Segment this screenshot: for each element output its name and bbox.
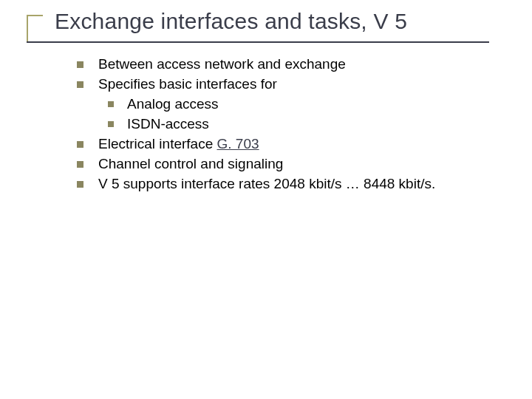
link-g703[interactable]: G. 703 <box>217 136 259 151</box>
slide: Exchange interfaces and tasks, V 5 Betwe… <box>0 0 532 399</box>
list-item-text: Specifies basic interfaces for <box>98 75 505 95</box>
corner-ornament <box>27 15 43 41</box>
list-item: Between access network and exchange <box>77 55 505 75</box>
title-underline <box>27 41 489 43</box>
bullet-icon <box>108 101 114 107</box>
list-item-text: Between access network and exchange <box>98 55 505 75</box>
list-item-text: Channel control and signaling <box>98 154 505 174</box>
list-item-sub: Analog access <box>108 95 505 115</box>
list-item-text: Electrical interface G. 703 <box>98 134 505 154</box>
list-item-text-pre: Electrical interface <box>98 136 217 151</box>
list-item-text: ISDN-access <box>127 115 505 134</box>
bullet-icon <box>77 61 83 68</box>
bullet-icon <box>77 81 83 88</box>
slide-title: Exchange interfaces and tasks, V 5 <box>55 9 407 34</box>
list-item-text: V 5 supports interface rates 2048 kbit/s… <box>98 174 505 194</box>
list-item: Specifies basic interfaces for <box>77 75 505 95</box>
list-item-sub: ISDN-access <box>108 115 505 134</box>
bullet-icon <box>77 141 83 148</box>
list-item: Electrical interface G. 703 <box>77 134 505 154</box>
bullet-icon <box>77 181 83 188</box>
list-item: V 5 supports interface rates 2048 kbit/s… <box>77 174 505 194</box>
list-item-text: Analog access <box>127 95 505 115</box>
list-item: Channel control and signaling <box>77 154 505 174</box>
bullet-icon <box>77 161 83 168</box>
body-text: Between access network and exchange Spec… <box>77 55 505 194</box>
bullet-icon <box>108 121 114 127</box>
